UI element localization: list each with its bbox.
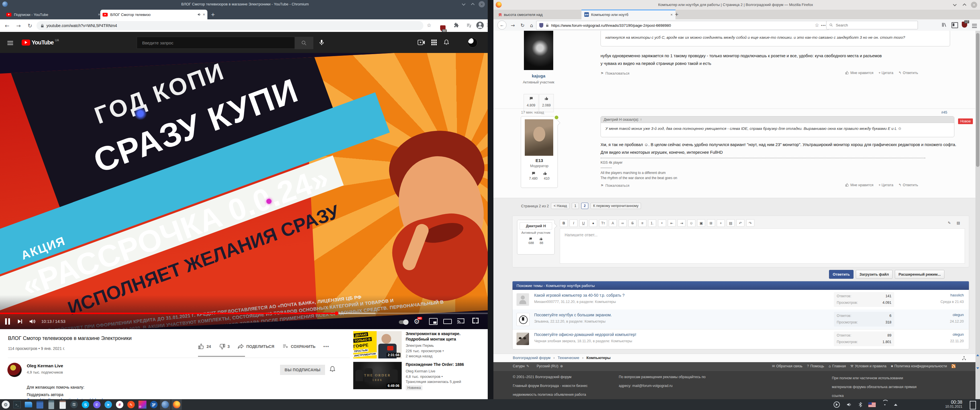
tab-close-icon[interactable]: × — [670, 13, 673, 17]
fullscreen-icon[interactable] — [473, 318, 479, 323]
miniplayer-icon[interactable] — [429, 318, 438, 325]
reload-icon[interactable]: ↻ — [25, 22, 34, 29]
reply-textarea[interactable]: Напишите ответ... — [560, 228, 965, 264]
notification-bell-icon[interactable] — [329, 366, 336, 373]
tracking-shield-icon[interactable] — [539, 23, 543, 28]
telegram-icon[interactable]: ➤ — [103, 399, 113, 410]
style-chooser[interactable]: Сатурн — [513, 364, 525, 368]
system-settings-icon[interactable] — [35, 399, 45, 410]
help-link[interactable]: ?Помощь — [807, 364, 824, 368]
first-unread-button[interactable]: К первому непрочитанному — [590, 203, 641, 209]
scroll-down-arrow[interactable] — [976, 367, 979, 369]
username[interactable]: kajuga — [524, 73, 553, 78]
hamburger-menu-icon[interactable] — [972, 23, 977, 29]
minimize-button[interactable] — [460, 1, 467, 7]
okular-icon[interactable]: ✎ — [126, 399, 136, 410]
volume-tray-icon[interactable] — [846, 402, 853, 407]
undo-button[interactable]: ↶ — [737, 219, 745, 227]
clock[interactable]: 00:38 10.01.2021 — [945, 400, 963, 408]
maximize-button[interactable] — [469, 1, 476, 7]
forward-icon[interactable]: → — [14, 22, 23, 29]
file-manager-icon[interactable] — [23, 399, 33, 410]
topic-title[interactable]: Посоветуйте офисно-домашний недорогой ко… — [534, 332, 636, 337]
bbcode-button[interactable]: ✎ — [945, 219, 953, 226]
rules-link[interactable]: ⚒Условия и правила — [850, 364, 886, 368]
suggested-channel[interactable]: Электрик Пермь — [406, 343, 434, 348]
tab-forum-active[interactable]: ВФ Компьютер или ноутб × — [581, 10, 675, 19]
tray-expand-arrow[interactable] — [894, 404, 897, 406]
calculator-icon[interactable] — [46, 399, 56, 410]
close-button[interactable]: × — [971, 2, 977, 8]
font-size-button[interactable]: Tт — [599, 219, 607, 227]
keyboard-layout-flag[interactable] — [868, 402, 876, 407]
address-bar[interactable]: youtube.com/watch?v=WNL5P4TRNm4 — [37, 21, 423, 30]
advanced-mode-button[interactable]: Расширенный режим... — [895, 270, 944, 279]
autoplay-toggle[interactable] — [399, 320, 409, 324]
smiley-button[interactable]: ☺ — [687, 219, 695, 227]
topic-row[interactable]: Посоветуйте офисно-домашний недорогой ко… — [512, 329, 969, 349]
profile-avatar[interactable] — [476, 22, 484, 29]
breadcrumb-section[interactable]: Технические — [558, 356, 579, 360]
last-poster[interactable]: olegun — [953, 332, 964, 337]
account-avatar[interactable] — [468, 38, 477, 48]
firefox-titlebar[interactable]: Компьютер или ноутбук для работы | Стран… — [493, 0, 980, 10]
search-button[interactable] — [294, 37, 313, 49]
mic-icon[interactable] — [318, 39, 325, 46]
theater-mode-icon[interactable] — [443, 319, 452, 324]
outdent-button[interactable]: ⇤ — [668, 219, 676, 227]
suggested-title[interactable]: Прохождение The Order: 1886 — [406, 362, 483, 367]
tab-audio-icon[interactable] — [197, 13, 201, 16]
thunderbird-icon[interactable]: 🕊 — [149, 399, 159, 410]
tab-yandex[interactable]: Я высота смесителя над × — [496, 10, 587, 19]
page-back-button[interactable]: < Назад — [551, 203, 570, 209]
notes-icon[interactable] — [57, 399, 68, 410]
extensions-puzzle-icon[interactable] — [453, 22, 459, 28]
reload-icon[interactable]: ↻ — [518, 22, 527, 28]
next-button[interactable] — [16, 318, 23, 324]
hamburger-menu-icon[interactable] — [7, 40, 13, 46]
channel-avatar[interactable] — [7, 363, 22, 377]
italic-button[interactable]: I — [570, 219, 578, 227]
insert-button[interactable]: + — [717, 219, 725, 227]
show-desktop-button[interactable] — [970, 401, 976, 410]
feedback-link[interactable]: ✉Обратная связь — [772, 364, 802, 368]
username[interactable]: Дмитрий Н — [520, 222, 552, 229]
last-poster[interactable]: hasslich — [950, 293, 964, 297]
settings-gear-icon[interactable]: ⚙ HD — [414, 318, 420, 326]
home-link[interactable]: ⌂Главная — [829, 364, 846, 368]
quote-link[interactable]: + Цитата — [878, 183, 893, 187]
ublock-icon[interactable]: 17 — [962, 22, 967, 28]
create-video-icon[interactable] — [418, 40, 425, 45]
indent-button[interactable]: ⇥ — [678, 219, 686, 227]
thumbnail[interactable]: ДЕЛАЮ ТОЛЬКО В ГОФРЕ ПРОСТЫМ ИНСТРУМЕНТО… — [353, 331, 402, 359]
avatar[interactable] — [525, 119, 553, 156]
back-button[interactable]: ← — [497, 21, 506, 30]
page-1-button[interactable]: 1 — [572, 203, 579, 209]
topic-avatar[interactable] — [517, 293, 529, 306]
reply-button[interactable]: Ответить — [829, 270, 854, 279]
scrollbar[interactable] — [975, 31, 980, 399]
bluetooth-tray-icon[interactable] — [859, 402, 862, 407]
youtube-logo[interactable]: YouTube UA — [22, 39, 59, 46]
chromium-titlebar[interactable]: ВЛОГ Смотор телевизоров в магазине Элект… — [0, 0, 488, 8]
ublock-icon[interactable]: 88 — [440, 25, 445, 31]
minimize-button[interactable] — [951, 2, 958, 8]
cast-icon[interactable] — [457, 318, 465, 324]
subscribed-button[interactable]: ВЫ ПОДПИСАНЫ — [280, 365, 325, 375]
breadcrumb-forum[interactable]: Волгоградский форум — [513, 356, 550, 360]
topic-avatar[interactable] — [517, 313, 530, 326]
privacy-link[interactable]: ■Политика конфиденциальности — [891, 364, 947, 368]
dislike-button[interactable]: 3 — [219, 343, 230, 350]
like-link[interactable]: Мне нравится — [845, 71, 873, 75]
chromium-task-icon[interactable] — [160, 399, 170, 410]
suggested-video-2[interactable]: THE ORDER 1886 6:49:06 Прохождение The O… — [353, 362, 484, 396]
page-actions-icon[interactable]: ••• — [821, 23, 826, 28]
save-button[interactable]: СОХРАНИТЬ — [282, 344, 315, 350]
video-player[interactable]: ГОД КОПИ СРАЗУ КУПИ «РАССРОЧКА 0.0.24» И… — [0, 53, 488, 329]
font-button[interactable]: A — [609, 219, 617, 227]
quote-header[interactable]: Дмитрий Н сказал(а): ↑ — [601, 116, 954, 123]
tab-close-icon[interactable]: × — [203, 12, 205, 17]
more-actions-button[interactable]: ••• — [323, 344, 329, 349]
tab-subscriptions[interactable]: Подписки - YouTube × — [4, 10, 103, 19]
redo-button[interactable]: ↷ — [746, 219, 754, 227]
